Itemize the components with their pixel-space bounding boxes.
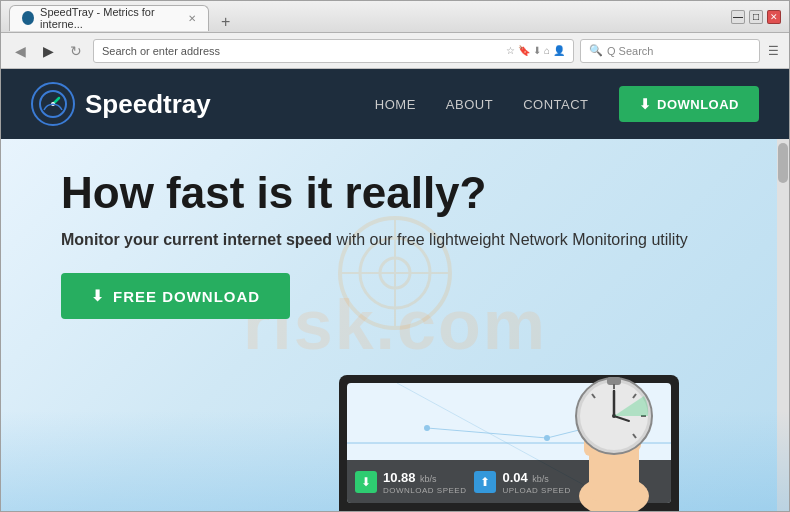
star-icon: ☆ — [506, 45, 515, 56]
speedometer-svg — [39, 90, 67, 118]
website: Speedtray HOME ABOUT CONTACT ⬇ DOWNLOAD … — [1, 69, 789, 511]
download-value-unit: 10.88 kb/s — [383, 468, 466, 486]
user-icon: 👤 — [553, 45, 565, 56]
title-bar: SpeedTray - Metrics for interne... ✕ + —… — [1, 1, 789, 33]
search-bar[interactable]: 🔍 Q Search — [580, 39, 760, 63]
window-controls: — □ ✕ — [731, 10, 781, 24]
forward-button[interactable]: ▶ — [37, 40, 59, 62]
download-indicator-icon: ⬇ — [533, 45, 541, 56]
toolbar-icons: ☰ — [766, 42, 781, 60]
address-text: Search or enter address — [102, 45, 502, 57]
svg-line-29 — [427, 428, 547, 438]
active-tab[interactable]: SpeedTray - Metrics for interne... ✕ — [9, 5, 209, 31]
hero-content: How fast is it really? Monitor your curr… — [61, 169, 729, 319]
hero-subtext: Monitor your current internet speed with… — [61, 231, 729, 249]
hand-clock-svg — [549, 341, 679, 511]
logo-area: Speedtray — [31, 82, 375, 126]
browser-window: SpeedTray - Metrics for interne... ✕ + —… — [0, 0, 790, 512]
menu-icon[interactable]: ☰ — [766, 42, 781, 60]
nav-home-link[interactable]: HOME — [375, 97, 416, 112]
logo-text: Speedtray — [85, 89, 211, 120]
tab-bar: SpeedTray - Metrics for interne... ✕ + — [9, 3, 727, 31]
hero-headline: How fast is it really? — [61, 169, 729, 217]
bookmark-icon: 🔖 — [518, 45, 530, 56]
hero-sub-rest: with our free lightweight Network Monito… — [332, 231, 688, 248]
download-value: 10.88 — [383, 470, 416, 485]
page-content: Speedtray HOME ABOUT CONTACT ⬇ DOWNLOAD … — [1, 69, 789, 511]
free-download-icon: ⬇ — [91, 287, 105, 305]
address-icons: ☆ 🔖 ⬇ ⌂ 👤 — [506, 45, 565, 56]
download-stat-info: 10.88 kb/s DOWNLOAD SPEED — [383, 468, 466, 495]
laptop-area: ⬇ 10.88 kb/s DOWNLOAD SPEED — [319, 331, 699, 511]
nav-download-label: DOWNLOAD — [657, 97, 739, 112]
new-tab-button[interactable]: + — [213, 13, 238, 31]
back-button[interactable]: ◀ — [9, 40, 31, 62]
scrollbar-thumb[interactable] — [778, 143, 788, 183]
upload-value: 0.04 — [502, 470, 527, 485]
tab-favicon — [22, 11, 34, 25]
download-label: DOWNLOAD SPEED — [383, 486, 466, 495]
site-nav: Speedtray HOME ABOUT CONTACT ⬇ DOWNLOAD — [1, 69, 789, 139]
close-button[interactable]: ✕ — [767, 10, 781, 24]
minimize-button[interactable]: — — [731, 10, 745, 24]
download-stat-box: ⬇ 10.88 kb/s DOWNLOAD SPEED — [355, 468, 466, 495]
home-icon: ⌂ — [544, 45, 550, 56]
hero-sub-bold: Monitor your current internet speed — [61, 231, 332, 248]
refresh-button[interactable]: ↻ — [65, 40, 87, 62]
nav-download-button[interactable]: ⬇ DOWNLOAD — [619, 86, 760, 122]
search-icon: 🔍 — [589, 44, 603, 57]
nav-about-link[interactable]: ABOUT — [446, 97, 493, 112]
upload-stat-icon: ⬆ — [474, 471, 496, 493]
download-unit: kb/s — [420, 474, 437, 484]
address-bar[interactable]: Search or enter address ☆ 🔖 ⬇ ⌂ 👤 — [93, 39, 574, 63]
logo-icon — [31, 82, 75, 126]
hero-section: risk.com How fast is it really? Monitor … — [1, 139, 789, 511]
tab-close-btn[interactable]: ✕ — [188, 13, 196, 24]
download-stat-icon: ⬇ — [355, 471, 377, 493]
search-placeholder-text: Q Search — [607, 45, 653, 57]
download-arrow-icon: ⬇ — [639, 96, 652, 112]
upload-unit: kb/s — [532, 474, 549, 484]
address-bar-area: ◀ ▶ ↻ Search or enter address ☆ 🔖 ⬇ ⌂ 👤 … — [1, 33, 789, 69]
free-download-label: FREE DOWNLOAD — [113, 288, 260, 305]
nav-contact-link[interactable]: CONTACT — [523, 97, 588, 112]
maximize-button[interactable]: □ — [749, 10, 763, 24]
free-download-button[interactable]: ⬇ FREE DOWNLOAD — [61, 273, 290, 319]
tab-title: SpeedTray - Metrics for interne... — [40, 6, 178, 30]
svg-rect-18 — [607, 377, 621, 385]
nav-links: HOME ABOUT CONTACT ⬇ DOWNLOAD — [375, 86, 759, 122]
